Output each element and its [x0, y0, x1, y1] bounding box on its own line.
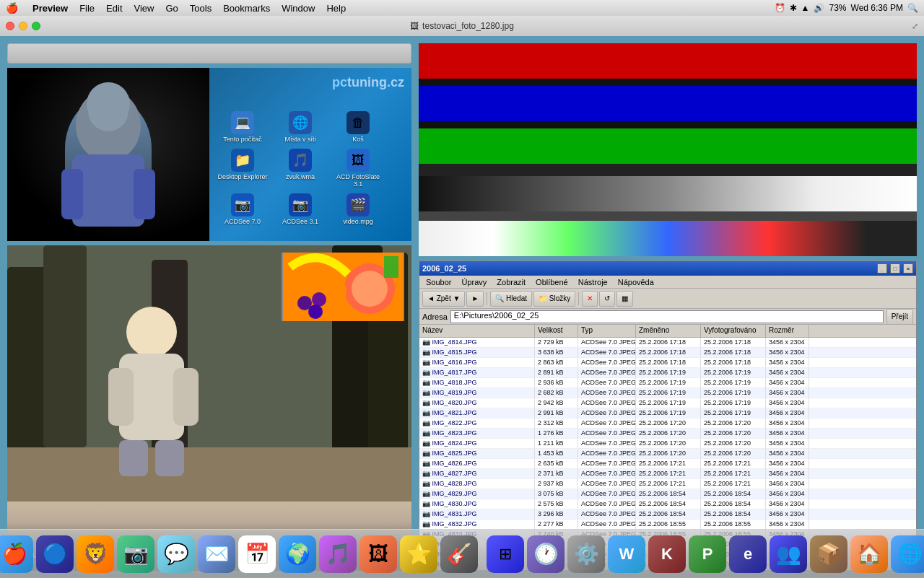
file-dim: 3456 x 2304 [766, 419, 809, 428]
menu-app[interactable]: Preview [27, 1, 74, 15]
spotlight-icon[interactable]: 🔍 [907, 3, 918, 13]
svg-rect-3 [134, 169, 155, 219]
dock-guitar[interactable]: 🎸 [440, 535, 478, 573]
acdsee-menu-nastroje[interactable]: Nástroje [575, 277, 611, 287]
dock-star[interactable]: ⭐ [400, 535, 437, 573]
file-row[interactable]: 📷 IMG_4824.JPG 1 211 kB ACDSee 7.0 JPEG … [419, 439, 916, 449]
menu-tools[interactable]: Tools [184, 1, 217, 15]
acdsee-delete-btn[interactable]: ✕ [582, 291, 598, 307]
dock-itunes[interactable]: 🎵 [319, 535, 357, 573]
acdsee-minimize[interactable]: _ [877, 263, 887, 273]
file-row[interactable]: 📷 IMG_4818.JPG 2 936 kB ACDSee 7.0 JPEG … [419, 378, 916, 388]
desktop-icon-computer: 💻 Tento počítač [217, 111, 269, 143]
dock-photos[interactable]: 🖼 [359, 535, 397, 573]
dock-prefs[interactable]: ⚙️ [567, 535, 605, 573]
dock-p-app[interactable]: P [689, 535, 726, 573]
dock-home[interactable]: 🏠 [850, 535, 888, 573]
acdsee-go-btn[interactable]: Přejít [886, 309, 913, 325]
dock-app2[interactable]: 🔵 [36, 535, 74, 573]
file-name: 📷 IMG_4828.JPG [419, 479, 535, 489]
window-controls[interactable] [6, 22, 40, 30]
col-size[interactable]: Velikost [535, 325, 578, 337]
file-name: 📷 IMG_4831.JPG [419, 509, 535, 519]
maximize-button[interactable] [32, 22, 40, 30]
file-row[interactable]: 📷 IMG_4819.JPG 2 682 kB ACDSee 7.0 JPEG … [419, 388, 916, 398]
file-row[interactable]: 📷 IMG_4816.JPG 2 863 kB ACDSee 7.0 JPEG … [419, 358, 916, 368]
file-row[interactable]: 📷 IMG_4815.JPG 3 638 kB ACDSee 7.0 JPEG … [419, 348, 916, 358]
acdsee-menu-upravy[interactable]: Úpravy [458, 277, 490, 287]
file-row[interactable]: 📷 IMG_4826.JPG 2 635 kB ACDSee 7.0 JPEG … [419, 459, 916, 469]
desktop-icon-network: 🌐 Místa v síti [274, 111, 326, 143]
file-row[interactable]: 📷 IMG_4822.JPG 2 312 kB ACDSee 7.0 JPEG … [419, 419, 916, 429]
acdsee-hledat-btn[interactable]: 🔍 Hledat [490, 291, 532, 307]
toolbar-separator [487, 292, 487, 305]
svg-point-4 [88, 91, 128, 131]
file-row[interactable]: 📷 IMG_4829.JPG 3 075 kB ACDSee 7.0 JPEG … [419, 489, 916, 499]
file-size: 2 371 kB [535, 469, 578, 478]
dock-w-app[interactable]: W [608, 535, 645, 573]
dock-e-app[interactable]: e [729, 535, 767, 573]
file-row[interactable]: 📷 IMG_4830.JPG 2 575 kB ACDSee 7.0 JPEG … [419, 499, 916, 509]
apple-menu[interactable]: 🍎 [6, 2, 18, 14]
acdsee-menu-oblibene[interactable]: Oblíbené [532, 277, 572, 287]
col-photo[interactable]: Vyfotografováno [701, 325, 766, 337]
menu-help[interactable]: Help [321, 1, 352, 15]
file-changed: 25.2.2006 17:18 [636, 358, 701, 367]
desktop-screenshot: pctuning.cz 💻 Tento počítač 🌐 Místa v sí… [209, 68, 411, 241]
file-type: ACDSee 7.0 JPEG I... [578, 469, 636, 478]
dock-finder[interactable]: 🍎 [0, 535, 33, 573]
menu-view[interactable]: View [128, 1, 160, 15]
acdsee-back-btn[interactable]: ◄ Zpět ▼ [422, 291, 465, 307]
file-row[interactable]: 📷 IMG_4821.JPG 2 991 kB ACDSee 7.0 JPEG … [419, 408, 916, 419]
menu-window[interactable]: Window [276, 1, 321, 15]
file-type: ACDSee 7.0 JPEG I... [578, 479, 636, 489]
file-size: 1 276 kB [535, 429, 578, 438]
dock-camera[interactable]: 📷 [117, 535, 154, 573]
acdsee-menu-napoveda[interactable]: Nápověda [614, 277, 658, 287]
file-row[interactable]: 📷 IMG_4820.JPG 2 942 kB ACDSee 7.0 JPEG … [419, 398, 916, 408]
dock-mail[interactable]: ✉️ [198, 535, 235, 573]
acdsee-menu-zobrazit[interactable]: Zobrazit [493, 277, 529, 287]
dock-ichat[interactable]: 💬 [157, 535, 195, 573]
acdsee-forward-btn[interactable]: ► [466, 291, 484, 307]
acdsee-win-controls[interactable]: _ □ × [876, 263, 913, 273]
dock-timemachine[interactable]: 🕐 [527, 535, 565, 573]
dock-safari[interactable]: 🦁 [77, 535, 114, 573]
acdsee-maximize[interactable]: □ [890, 263, 900, 273]
dock-world[interactable]: 🌍 [279, 535, 316, 573]
acdsee-rotate-btn[interactable]: ↺ [599, 291, 615, 307]
dock-msn[interactable]: 👥 [770, 535, 807, 573]
menu-file[interactable]: File [74, 1, 100, 15]
file-row[interactable]: 📷 IMG_4814.JPG 2 729 kB ACDSee 7.0 JPEG … [419, 338, 916, 348]
toolbar-separator2 [578, 292, 579, 305]
col-type[interactable]: Typ [578, 325, 636, 337]
acdsee-close[interactable]: × [903, 263, 913, 273]
acdsee-menu-soubor[interactable]: Soubor [422, 277, 455, 287]
col-changed[interactable]: Změněno [636, 325, 701, 337]
menu-edit[interactable]: Edit [100, 1, 128, 15]
minimize-button[interactable] [19, 22, 27, 30]
file-row[interactable]: 📷 IMG_4832.JPG 2 277 kB ACDSee 7.0 JPEG … [419, 520, 916, 530]
dock-globe[interactable]: 🌐 [891, 535, 924, 573]
acdsee-view-btn[interactable]: ▦ [616, 291, 633, 307]
resize-handle[interactable]: ⤢ [912, 22, 918, 31]
file-type: ACDSee 7.0 JPEG I... [578, 398, 636, 408]
file-row[interactable]: 📷 IMG_4827.JPG 2 371 kB ACDSee 7.0 JPEG … [419, 469, 916, 479]
file-row[interactable]: 📷 IMG_4828.JPG 2 937 kB ACDSee 7.0 JPEG … [419, 479, 916, 489]
col-dim[interactable]: Rozměr [766, 325, 809, 337]
acdsee-title: 2006_02_25 [422, 264, 466, 273]
file-row[interactable]: 📷 IMG_4817.JPG 2 891 kB ACDSee 7.0 JPEG … [419, 368, 916, 378]
col-name[interactable]: Název [419, 325, 535, 337]
address-input[interactable]: E:\Pictures\2006_02_25 [450, 310, 884, 323]
dock-k-app[interactable]: K [648, 535, 686, 573]
close-button[interactable] [6, 22, 14, 30]
file-row[interactable]: 📷 IMG_4831.JPG 3 296 kB ACDSee 7.0 JPEG … [419, 509, 916, 520]
file-row[interactable]: 📷 IMG_4825.JPG 1 453 kB ACDSee 7.0 JPEG … [419, 449, 916, 459]
dock-package[interactable]: 📦 [810, 535, 847, 573]
dock-ical[interactable]: 📅 [238, 535, 276, 573]
file-row[interactable]: 📷 IMG_4823.JPG 1 276 kB ACDSee 7.0 JPEG … [419, 429, 916, 439]
dock-win-grid[interactable]: ⊞ [487, 535, 524, 573]
menu-go[interactable]: Go [160, 1, 183, 15]
acdsee-slozky-btn[interactable]: 📁 Složky [533, 291, 575, 307]
menu-bookmarks[interactable]: Bookmarks [217, 1, 276, 15]
